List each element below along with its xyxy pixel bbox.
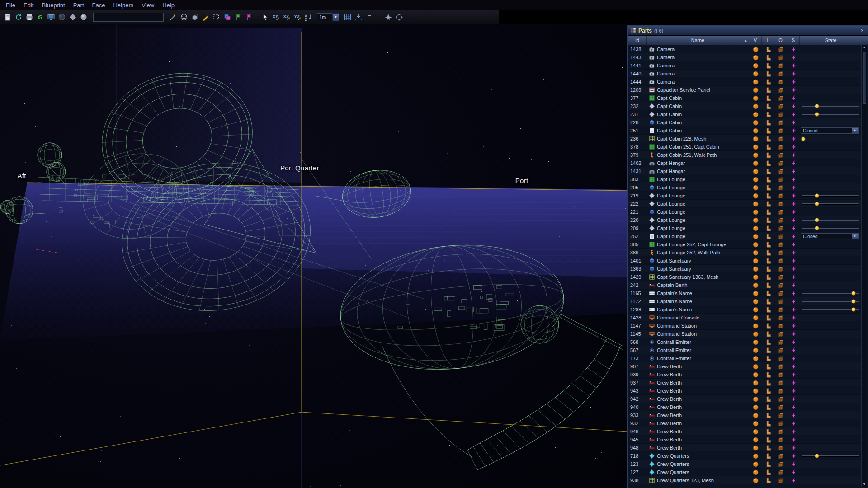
part-row[interactable]: 1145Command Station [628, 330, 862, 338]
bolt-icon[interactable] [787, 274, 800, 281]
part-row[interactable]: 1428Command Console [628, 314, 862, 322]
bolt-icon[interactable] [787, 396, 800, 403]
part-row[interactable]: 378Capt Cabin 251, Capt Cabin [628, 143, 862, 151]
close-icon[interactable]: × [859, 28, 865, 33]
lock-block-icon[interactable] [762, 79, 774, 85]
bolt-icon[interactable] [787, 469, 800, 476]
visibility-ball-icon[interactable] [749, 168, 762, 175]
crate-icon[interactable] [774, 428, 787, 435]
bolt-icon[interactable] [787, 160, 800, 167]
bolt-icon[interactable] [787, 445, 800, 451]
lock-block-icon[interactable] [762, 192, 774, 199]
crate-icon[interactable] [774, 290, 787, 297]
part-row[interactable]: 1443Camera [628, 53, 862, 61]
part-row[interactable]: 1165NameCaptain's Name [628, 289, 862, 297]
plane-xz-button[interactable]: XZ [282, 12, 292, 22]
part-row[interactable]: 932Crew Berth [628, 419, 862, 427]
visibility-ball-icon[interactable] [749, 469, 762, 476]
dropdown-arrow-icon[interactable]: ▼ [852, 128, 858, 133]
bolt-icon[interactable] [787, 363, 800, 370]
visibility-ball-icon[interactable] [749, 396, 762, 403]
state-slider[interactable] [802, 225, 859, 231]
plane-yz-button[interactable]: YZ [292, 12, 302, 22]
lock-block-icon[interactable] [762, 46, 774, 53]
crate-icon[interactable] [774, 436, 787, 443]
part-row[interactable]: 1147Command Station [628, 322, 862, 330]
visibility-ball-icon[interactable] [749, 62, 762, 69]
crate-icon[interactable] [774, 160, 787, 167]
bolt-icon[interactable] [787, 225, 800, 232]
part-row[interactable]: 948Crew Berth [628, 444, 862, 452]
visibility-ball-icon[interactable] [749, 436, 762, 443]
lock-block-icon[interactable] [762, 453, 774, 460]
flag-magenta-button[interactable] [244, 12, 254, 22]
lock-block-icon[interactable] [762, 217, 774, 224]
visibility-ball-icon[interactable] [749, 54, 762, 61]
part-row[interactable]: 173Contrail Emitter [628, 354, 862, 362]
crate-icon[interactable] [774, 168, 787, 175]
lock-block-icon[interactable] [762, 266, 774, 272]
bolt-icon[interactable] [787, 201, 800, 207]
crate-icon[interactable] [774, 306, 787, 313]
crate-icon[interactable] [774, 363, 787, 370]
visibility-ball-icon[interactable] [749, 144, 762, 150]
menu-part[interactable]: Part [69, 1, 88, 9]
bolt-icon[interactable] [787, 176, 800, 183]
part-row[interactable]: 1401Capt Sanctuary [628, 257, 862, 265]
visibility-ball-icon[interactable] [749, 249, 762, 256]
lock-block-icon[interactable] [762, 355, 774, 362]
bolt-icon[interactable] [787, 404, 800, 411]
part-row[interactable]: 1444Camera [628, 78, 862, 86]
crate-icon[interactable] [774, 258, 787, 264]
visibility-ball-icon[interactable] [749, 152, 762, 159]
visibility-ball-icon[interactable] [749, 127, 762, 134]
visibility-ball-icon[interactable] [749, 380, 762, 386]
plane-xy-button[interactable]: XY [271, 12, 281, 22]
crate-icon[interactable] [774, 420, 787, 427]
parts-scrollbar[interactable]: ▲ ▼ [861, 45, 867, 487]
lock-block-icon[interactable] [762, 127, 774, 134]
part-row[interactable]: 945Crew Berth [628, 436, 862, 444]
render-mode-shaded-button[interactable] [79, 12, 89, 22]
lock-block-icon[interactable] [762, 469, 774, 476]
bolt-icon[interactable] [787, 290, 800, 297]
part-row[interactable]: 377Capt Cabin [628, 94, 862, 102]
lock-block-icon[interactable] [762, 404, 774, 411]
visibility-ball-icon[interactable] [749, 445, 762, 451]
crate-icon[interactable] [774, 70, 787, 77]
part-row[interactable]: 1209Capacitor Service Panel [628, 86, 862, 94]
part-row[interactable]: 236Capt Cabin 228, Mesh [628, 135, 862, 143]
lock-block-icon[interactable] [762, 380, 774, 386]
part-row[interactable]: 946Crew Berth [628, 427, 862, 436]
visibility-ball-icon[interactable] [749, 282, 762, 289]
part-row[interactable]: 1288NameCaptain's Name [628, 305, 862, 314]
lock-block-icon[interactable] [762, 136, 774, 142]
state-slider[interactable] [802, 217, 859, 223]
lock-block-icon[interactable] [762, 347, 774, 354]
part-row[interactable]: 1438Camera [628, 45, 862, 53]
crate-icon[interactable] [774, 233, 787, 240]
slider-knob[interactable] [851, 291, 856, 296]
part-row[interactable]: 383Capt Lounge [628, 175, 862, 183]
visibility-ball-icon[interactable] [749, 241, 762, 248]
lock-block-icon[interactable] [762, 249, 774, 256]
bolt-icon[interactable] [787, 111, 800, 118]
visibility-ball-icon[interactable] [749, 371, 762, 378]
bolt-icon[interactable] [787, 371, 800, 378]
part-row[interactable]: 209Capt Lounge [628, 224, 862, 232]
part-row[interactable]: 205Capt Lounge [628, 183, 862, 192]
lock-block-icon[interactable] [762, 323, 774, 329]
state-slider[interactable] [802, 453, 859, 459]
visibility-ball-icon[interactable] [749, 225, 762, 232]
visibility-ball-icon[interactable] [749, 420, 762, 427]
part-row[interactable]: 222Capt Lounge [628, 200, 862, 208]
visibility-ball-icon[interactable] [749, 266, 762, 272]
part-row[interactable]: 1363Capt Sanctuary [628, 265, 862, 273]
draw-line-button[interactable] [168, 12, 178, 22]
bolt-icon[interactable] [787, 355, 800, 362]
visibility-ball-icon[interactable] [749, 298, 762, 305]
screenshot-button[interactable] [46, 12, 56, 22]
visibility-ball-icon[interactable] [749, 46, 762, 53]
drop-to-floor-button[interactable] [354, 12, 363, 22]
visibility-ball-icon[interactable] [749, 347, 762, 354]
